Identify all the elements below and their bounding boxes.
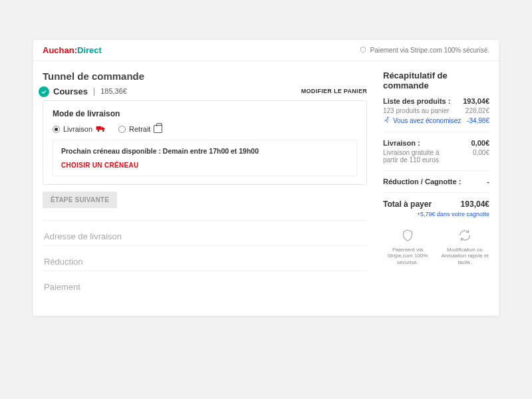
recap-savings-row[interactable]: Vous avez économisez -34,98€: [383, 116, 489, 125]
recap-products-count: 123 produits au panier: [383, 107, 450, 114]
recap-total-label: Total à payer: [383, 200, 432, 209]
delivery-mode-panel: Mode de livraison Livraison: [43, 100, 367, 185]
page-title: Tunnel de commande: [43, 70, 367, 82]
step-courses-price: 185,36€: [100, 87, 127, 95]
shield-icon: [400, 228, 415, 243]
next-step-button[interactable]: ÉTAPE SUIVANTE: [43, 192, 117, 208]
step-payment: Paiement: [43, 271, 367, 296]
recap-delivery-note-row: Livraison gratuite à partir de 110 euros…: [383, 149, 489, 164]
recap-delivery-note: Livraison gratuite à partir de 110 euros: [383, 149, 450, 164]
brand-logo[interactable]: Auchan:Direct: [43, 45, 102, 55]
runner-icon: [383, 116, 390, 125]
radio-icon: [118, 126, 126, 133]
step-courses-header: Courses | 185,36€ MODIFIER LE PANIER: [43, 86, 367, 96]
recap-cagnotte-note: +5,79€ dans votre cagnotte: [383, 211, 489, 217]
secure-payment-text: Paiement via Stripe.com 100% sécurisé.: [370, 47, 489, 54]
step-address: Adresse de livraison: [43, 221, 367, 246]
checkout-card: Auchan:Direct Paiement via Stripe.com 10…: [33, 40, 499, 316]
recap-products-orig: 228,02€: [466, 107, 489, 114]
step-reduction: Réduction: [43, 246, 367, 271]
recap-products-row: Liste des produits : 193,04€: [383, 97, 489, 105]
recap-savings-amount: -34,98€: [467, 117, 489, 124]
divider: [383, 192, 489, 193]
recap-products-sub: 123 produits au panier 228,02€: [383, 107, 489, 114]
svg-rect-0: [96, 126, 102, 130]
recap-reduction-amount: -: [487, 178, 489, 186]
step-courses-title: Courses: [53, 86, 88, 96]
divider: [383, 170, 489, 171]
content: Tunnel de commande Courses | 185,36€ MOD…: [33, 61, 499, 316]
recap-delivery-label: Livraison :: [383, 139, 420, 147]
recap-products-label: Liste des produits :: [383, 97, 450, 105]
recap-total-amount: 193,04€: [461, 200, 489, 209]
recap-products-total: 193,04€: [463, 97, 489, 105]
truck-icon: [96, 125, 106, 133]
recap-delivery-row: Livraison : 0,00€: [383, 139, 489, 147]
slot-box: Prochain créneau disponible : Demain ent…: [53, 140, 357, 176]
option-delivery[interactable]: Livraison: [53, 125, 106, 133]
secure-payment-note: Paiement via Stripe.com 100% sécurisé.: [359, 46, 489, 55]
info-badges: Paiement via Stripe.com 100% sécurisé. M…: [383, 228, 489, 265]
delivery-mode-options: Livraison Retrait: [53, 125, 357, 133]
badge-cancel-text: Modification ou Annulation rapide et fac…: [440, 247, 489, 266]
option-pickup-label: Retrait: [129, 125, 150, 133]
brand-name-b: Direct: [77, 45, 102, 55]
svg-point-1: [98, 130, 100, 132]
svg-point-2: [102, 130, 104, 132]
topbar: Auchan:Direct Paiement via Stripe.com 10…: [33, 40, 499, 61]
svg-point-3: [387, 117, 388, 118]
delivery-mode-title: Mode de livraison: [53, 109, 357, 118]
next-slot-text: Prochain créneau disponible : Demain ent…: [61, 147, 348, 155]
choose-slot-button[interactable]: CHOISIR UN CRÉNEAU: [61, 162, 348, 169]
shield-icon: [359, 46, 367, 55]
bag-icon: [154, 125, 162, 133]
check-icon: [39, 86, 49, 97]
badge-secure-payment: Paiement via Stripe.com 100% sécurisé.: [383, 228, 432, 265]
recap-total-row: Total à payer 193,04€: [383, 200, 489, 209]
recap-reduction-label: Réduction / Cagnotte :: [383, 178, 461, 186]
recap-savings-label: Vous avez économisez: [393, 117, 461, 124]
option-delivery-label: Livraison: [63, 125, 92, 133]
divider: [383, 132, 489, 132]
brand-name-a: Auchan:: [43, 45, 77, 55]
recap-delivery-note-amount: 0,00€: [473, 149, 489, 156]
modify-cart-button[interactable]: MODIFIER LE PANIER: [301, 88, 367, 94]
recap-reduction-row: Réduction / Cagnotte : -: [383, 178, 489, 186]
separator: |: [93, 86, 95, 96]
badge-secure-text: Paiement via Stripe.com 100% sécurisé.: [383, 247, 432, 266]
recap-column: Récapitulatif de commande Liste des prod…: [383, 70, 489, 296]
main-column: Tunnel de commande Courses | 185,36€ MOD…: [43, 70, 367, 296]
recap-delivery-amount: 0,00€: [471, 139, 489, 147]
refresh-icon: [458, 228, 472, 243]
badge-easy-cancel: Modification ou Annulation rapide et fac…: [440, 228, 489, 265]
recap-title: Récapitulatif de commande: [383, 70, 489, 90]
radio-icon: [53, 126, 60, 133]
option-pickup[interactable]: Retrait: [118, 125, 162, 133]
